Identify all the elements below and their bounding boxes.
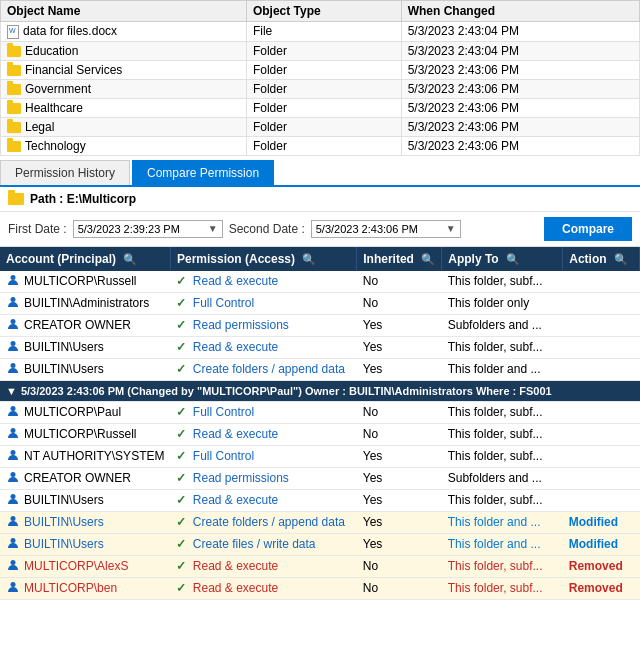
date-bar: First Date : 5/3/2023 2:39:23 PM ▼ Secon… [0,212,640,247]
applyto-search-icon[interactable]: 🔍 [506,253,520,266]
object-table-row[interactable]: TechnologyFolder5/3/2023 2:43:06 PM [1,136,640,155]
table-row[interactable]: BUILTIN\Administrators✓ Full ControlNoTh… [0,292,640,314]
table-row[interactable]: CREATOR OWNER✓ Read permissionsYesSubfol… [0,314,640,336]
table-row[interactable]: MULTICORP\Paul✓ Full ControlNoThis folde… [0,401,640,423]
col-header-account: Account (Principal) 🔍 [0,247,170,271]
table-row[interactable]: MULTICORP\ben✓ Read & executeNoThis fold… [0,577,640,599]
object-table-row[interactable]: GovernmentFolder5/3/2023 2:43:06 PM [1,79,640,98]
file-icon: W [7,25,19,39]
compare-button[interactable]: Compare [544,217,632,241]
object-changed-cell: 5/3/2023 2:43:06 PM [401,98,639,117]
tabs-bar: Permission History Compare Permission [0,160,640,187]
tab-compare-permission[interactable]: Compare Permission [132,160,274,185]
permission-cell: ✓ Read permissions [170,314,356,336]
inherited-cell: No [357,271,442,293]
table-row[interactable]: CREATOR OWNER✓ Read permissionsYesSubfol… [0,467,640,489]
svg-point-11 [11,538,16,543]
svg-point-9 [11,494,16,499]
user-icon [6,317,20,334]
col-header-inherited: Inherited 🔍 [357,247,442,271]
user-icon [6,273,20,290]
first-date-select[interactable]: 5/3/2023 2:39:23 PM ▼ [73,220,223,238]
permission-cell: ✓ Read & execute [170,489,356,511]
col-header-permission: Permission (Access) 🔍 [170,247,356,271]
table-row[interactable]: BUILTIN\Users✓ Read & executeYesThis fol… [0,336,640,358]
action-search-icon[interactable]: 🔍 [614,253,628,266]
action-cell [563,271,640,293]
account-cell: CREATOR OWNER [0,467,170,489]
permission-cell: ✓ Read & execute [170,336,356,358]
table-row[interactable]: MULTICORP\Russell✓ Read & executeNoThis … [0,423,640,445]
user-icon [6,558,20,575]
second-date-select[interactable]: 5/3/2023 2:43:06 PM ▼ [311,220,461,238]
folder-icon [7,141,21,152]
object-type-header: Object Type [246,1,401,22]
account-search-icon[interactable]: 🔍 [123,253,137,266]
check-icon: ✓ [176,296,189,310]
object-type-cell: Folder [246,136,401,155]
table-row[interactable]: MULTICORP\Russell✓ Read & executeNoThis … [0,271,640,293]
permission-cell: ✓ Read permissions [170,467,356,489]
tab-permission-history[interactable]: Permission History [0,160,130,185]
object-table-row[interactable]: Financial ServicesFolder5/3/2023 2:43:06… [1,60,640,79]
account-cell: NT AUTHORITY\SYSTEM [0,445,170,467]
folder-icon [7,65,21,76]
user-icon [6,514,20,531]
permission-search-icon[interactable]: 🔍 [302,253,316,266]
user-icon [6,361,20,378]
check-icon: ✓ [176,449,189,463]
inherited-cell: No [357,401,442,423]
table-row[interactable]: BUILTIN\Users✓ Create files / write data… [0,533,640,555]
table-row[interactable]: BUILTIN\Users✓ Read & executeYesThis fol… [0,489,640,511]
inherited-cell: No [357,577,442,599]
object-name-cell: Technology [1,136,247,155]
svg-point-4 [11,363,16,368]
user-icon [6,448,20,465]
action-cell [563,445,640,467]
action-cell [563,401,640,423]
action-cell [563,314,640,336]
object-type-cell: Folder [246,117,401,136]
svg-point-7 [11,450,16,455]
check-icon: ✓ [176,362,189,376]
inherited-cell: Yes [357,358,442,380]
table-row[interactable]: NT AUTHORITY\SYSTEM✓ Full ControlYesThis… [0,445,640,467]
svg-point-1 [11,297,16,302]
section-header-row: ▼5/3/2023 2:43:06 PM (Changed by "MULTIC… [0,380,640,401]
action-cell: Modified [563,533,640,555]
check-icon: ✓ [176,471,189,485]
user-icon [6,536,20,553]
object-table-row[interactable]: Wdata for files.docxFile5/3/2023 2:43:04… [1,22,640,42]
account-cell: BUILTIN\Users [0,358,170,380]
table-row[interactable]: BUILTIN\Users✓ Create folders / append d… [0,511,640,533]
svg-point-10 [11,516,16,521]
object-table-row[interactable]: LegalFolder5/3/2023 2:43:06 PM [1,117,640,136]
object-table: Object Name Object Type When Changed Wda… [0,0,640,156]
account-cell: BUILTIN\Administrators [0,292,170,314]
object-changed-cell: 5/3/2023 2:43:06 PM [401,79,639,98]
second-date-label: Second Date : [229,222,305,236]
account-cell: MULTICORP\Paul [0,401,170,423]
applyto-cell: Subfolders and ... [442,467,563,489]
permission-cell: ✓ Create folders / append data [170,511,356,533]
table-row[interactable]: MULTICORP\AlexS✓ Read & executeNoThis fo… [0,555,640,577]
when-changed-header: When Changed [401,1,639,22]
inherited-search-icon[interactable]: 🔍 [421,253,435,266]
object-name-cell: Healthcare [1,98,247,117]
folder-icon [7,103,21,114]
object-name-header: Object Name [1,1,247,22]
applyto-cell: This folder only [442,292,563,314]
account-cell: MULTICORP\AlexS [0,555,170,577]
account-cell: BUILTIN\Users [0,533,170,555]
svg-point-2 [11,319,16,324]
action-cell [563,467,640,489]
object-table-row[interactable]: EducationFolder5/3/2023 2:43:04 PM [1,41,640,60]
permission-cell: ✓ Read & execute [170,271,356,293]
account-cell: MULTICORP\ben [0,577,170,599]
permission-cell: ✓ Read & execute [170,423,356,445]
object-changed-cell: 5/3/2023 2:43:04 PM [401,41,639,60]
object-table-row[interactable]: HealthcareFolder5/3/2023 2:43:06 PM [1,98,640,117]
user-icon [6,470,20,487]
table-row[interactable]: BUILTIN\Users✓ Create folders / append d… [0,358,640,380]
account-cell: MULTICORP\Russell [0,271,170,293]
